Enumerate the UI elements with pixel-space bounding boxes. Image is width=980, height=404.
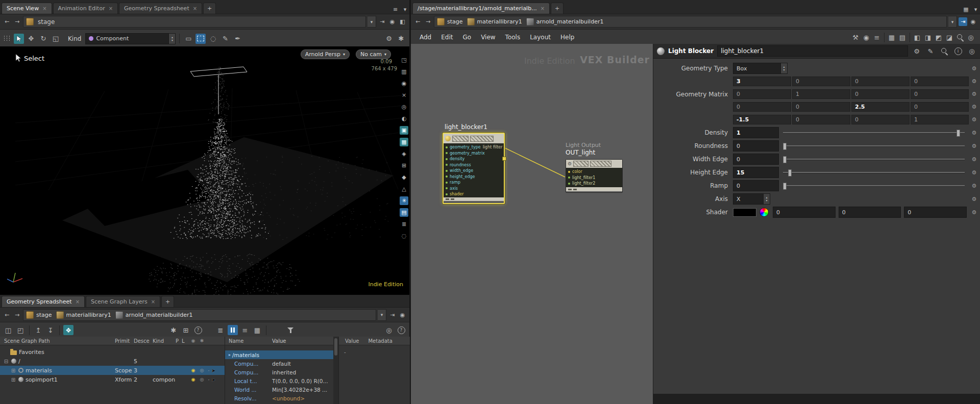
close-icon[interactable]: × [76, 299, 80, 305]
close-view-icon[interactable]: × [400, 91, 408, 99]
jump-to-icon[interactable]: ⇥ [378, 17, 386, 26]
display-options-icon[interactable]: ⚙ [384, 34, 394, 44]
input-dot[interactable] [446, 187, 448, 189]
menu-tools[interactable]: Tools [501, 32, 525, 43]
options-icon[interactable]: ◎ [966, 32, 976, 42]
visibility-toggle-icon[interactable]: ◎ [198, 366, 206, 375]
split-pane-icon[interactable]: ◧ [398, 17, 407, 26]
matrix-cell[interactable]: 0 [851, 77, 910, 86]
renderer-camera-pill[interactable]: Arnold Persp▾ [301, 49, 350, 59]
snap-icon[interactable]: ◈ [400, 149, 408, 158]
new-tab-button[interactable]: + [161, 296, 174, 307]
param-menu-icon[interactable]: ⚙ [970, 64, 978, 73]
matrix-cell[interactable]: 0 [911, 102, 969, 112]
geometry-type-dropdown[interactable]: Box ▴▾ [733, 63, 788, 74]
input-dot[interactable] [446, 152, 448, 154]
matrix-cell[interactable]: 1 [792, 89, 850, 99]
density-slider[interactable] [783, 129, 965, 136]
pane-list-icon[interactable]: ≡ [391, 5, 400, 14]
edit-parameters-icon[interactable]: ✎ [925, 46, 936, 56]
pin-pane-icon[interactable]: ◫ [3, 325, 13, 335]
input-dot[interactable] [446, 193, 448, 195]
path-field[interactable]: stage materiallibrary1 arnold_materialbu… [434, 16, 947, 28]
activation-toggle-icon[interactable]: ◉ [189, 366, 198, 375]
param-menu-icon[interactable]: ⚙ [970, 129, 978, 137]
path-dropdown-icon[interactable]: ▾ [368, 16, 376, 28]
param-menu-icon[interactable]: ⚙ [970, 103, 978, 111]
breadcrumb-stage[interactable]: stage [26, 311, 52, 319]
matrix-cell[interactable]: -1.5 [733, 115, 791, 124]
visibility-column-icon[interactable]: ◉ [189, 337, 198, 345]
box-select-icon[interactable]: ▭ [183, 34, 193, 44]
select-objects-icon[interactable]: ▣ [400, 126, 408, 135]
view-options-icon[interactable]: ◌ [400, 232, 408, 240]
kind-spinner[interactable]: ▴▾ [169, 33, 176, 44]
tab-network-path[interactable]: /stage/materiallibrary1/arnold_materialb… [412, 3, 550, 14]
construction-plane-icon[interactable]: ⊞ [400, 161, 408, 170]
matrix-cell[interactable]: 0 [792, 115, 850, 124]
tab-scene-view[interactable]: Scene View× [2, 3, 52, 14]
move-tool-icon[interactable]: ✥ [26, 34, 36, 44]
close-icon[interactable]: × [541, 6, 545, 11]
shader-color-swatch[interactable] [733, 208, 756, 217]
matrix-cell[interactable]: 3 [733, 77, 791, 86]
tab-animation-editor[interactable]: Animation Editor× [53, 3, 118, 14]
slider-handle[interactable] [957, 130, 960, 137]
slider-handle[interactable] [783, 183, 787, 190]
sheet-scrollbar[interactable] [333, 337, 338, 404]
menu-help[interactable]: Help [556, 32, 579, 43]
node-flag[interactable] [573, 161, 589, 167]
sheet-row[interactable]: World ... Min[3.40282e+38 ... [225, 385, 333, 394]
shade-mode-icon[interactable]: ◆ [400, 173, 408, 182]
output-connector[interactable] [502, 157, 506, 161]
matrix-cell[interactable]: 2.5 [851, 102, 910, 112]
breadcrumb-materiallibrary[interactable]: materiallibrary1 [56, 311, 111, 319]
density-input[interactable]: 1 [733, 127, 779, 138]
matrix-cell[interactable]: 0 [733, 89, 791, 99]
brush-select-icon[interactable]: ✎ [220, 34, 230, 44]
new-tab-button[interactable]: + [203, 3, 216, 14]
list-icon[interactable]: ≡ [872, 32, 882, 42]
close-icon[interactable]: × [42, 6, 46, 11]
axis-dropdown[interactable]: X ▴▾ [733, 193, 770, 205]
help-icon[interactable]: ? [193, 325, 203, 335]
input-dot[interactable] [568, 171, 570, 173]
collapse-icon[interactable]: ⊟ [3, 359, 9, 364]
breadcrumb-materialbuilder[interactable]: arnold_materialbuilder1 [115, 311, 193, 319]
back-icon[interactable]: ← [413, 17, 422, 26]
activation-toggle-icon[interactable]: ◉ [189, 375, 198, 384]
matrix-cell[interactable]: 0 [792, 102, 850, 112]
scale-tool-icon[interactable]: ◱ [51, 34, 61, 44]
sync-icon[interactable]: ◉ [969, 17, 977, 26]
world-space-icon[interactable]: ◐ [400, 114, 408, 123]
pane-layout-left-icon[interactable]: ◧ [912, 32, 922, 42]
node-flag[interactable] [452, 136, 469, 142]
tree-view-icon[interactable]: ≣ [215, 325, 226, 335]
new-tab-button[interactable]: + [551, 3, 564, 14]
width-edge-slider[interactable] [783, 156, 965, 163]
menu-add[interactable]: Add [415, 32, 436, 43]
tab-geometry-spreadsheet-2[interactable]: Geometry Spreadsheet× [2, 296, 85, 307]
tree-row-root[interactable]: ⊟/ 5 [0, 357, 225, 366]
forward-icon[interactable]: → [13, 311, 21, 319]
sheet-row-materials[interactable]: ▸/materials [225, 350, 333, 359]
dropdown-spinner[interactable]: ▴▾ [764, 193, 770, 205]
light-output-node[interactable]: ⚙ color light_filter1 light_filter2 [566, 159, 623, 193]
menu-edit[interactable]: Edit [436, 32, 457, 43]
expand-icon[interactable]: ⊞ [10, 368, 16, 373]
search-icon[interactable] [955, 32, 965, 42]
input-dot[interactable] [446, 175, 448, 178]
help-icon[interactable]: ? [396, 325, 406, 335]
node-flag[interactable] [470, 136, 494, 142]
forward-icon[interactable]: → [424, 17, 432, 26]
snapshot-icon[interactable]: ◎ [384, 325, 394, 335]
pane-layout-bottom-icon[interactable]: ◪ [944, 32, 954, 42]
view-memory-icon[interactable]: ▥ [400, 67, 408, 76]
back-icon[interactable]: ← [3, 311, 11, 319]
cook-mode-icon[interactable]: ✱ [396, 34, 406, 44]
expand-icon[interactable]: ▸ [229, 352, 231, 357]
path-dropdown-icon[interactable]: ▾ [948, 16, 957, 28]
input-dot[interactable] [446, 146, 448, 148]
param-menu-icon[interactable]: ⚙ [970, 168, 978, 177]
rotate-tool-icon[interactable]: ↻ [38, 34, 48, 44]
